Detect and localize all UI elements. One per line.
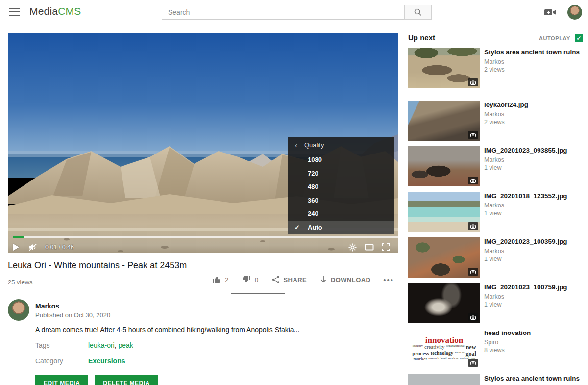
theater-mode-button[interactable] [361,241,377,253]
media-author[interactable]: Markos [484,248,582,255]
media-title[interactable]: Stylos area ancient town ruins [484,374,582,383]
quality-option-1080[interactable]: 1080 [288,153,394,167]
media-thumbnail[interactable] [408,192,480,232]
quality-option-480[interactable]: 480 [288,180,394,194]
search-input[interactable] [162,5,404,20]
media-thumbnail[interactable] [408,237,480,278]
quality-menu: ‹ Quality 1080720480360240✓Auto [288,137,394,234]
media-author[interactable]: Markos [484,111,582,118]
up-next-item[interactable]: IMG_20201023_100759.jpgMarkos1 view [408,283,583,323]
media-author[interactable]: Markos [484,202,582,209]
media-thumbnail[interactable] [408,374,480,385]
more-options-button[interactable]: ••• [383,276,394,284]
media-title[interactable]: Stylos area ancient town ruins [484,48,582,56]
quality-option-label: 720 [308,170,318,177]
menu-icon[interactable] [9,8,20,16]
gear-icon [348,243,357,252]
top-header: MediaCMS [0,0,588,24]
author-avatar[interactable] [8,299,29,321]
quality-option-label: 240 [308,210,318,217]
share-button[interactable]: SHARE [271,275,307,284]
video-description: A dream comes true! After 4-5 hours of c… [35,326,378,334]
progress-bar[interactable] [13,236,398,238]
up-next-item[interactable]: Stylos area ancient town ruins [408,374,583,385]
download-label: DOWNLOAD [331,276,370,283]
mute-button[interactable] [24,241,41,253]
search-button[interactable] [404,5,432,20]
media-title[interactable]: IMG_20201018_123552.jpg [484,192,582,200]
tag-link[interactable]: leuka-ori [88,341,115,349]
divider [408,94,583,94]
upload-video-icon[interactable] [544,8,557,17]
download-button[interactable]: DOWNLOAD [319,275,370,284]
media-title[interactable]: IMG_20201023_100759.jpg [484,283,582,291]
media-author[interactable]: Markos [484,58,582,65]
up-next-sidebar: Up next AUTOPLAY ✓ Stylos area ancient t… [408,30,583,385]
delete-media-button[interactable]: DELETE MEDIA [95,375,158,385]
controls-right [344,241,394,253]
media-info: Stylos area ancient town ruinsMarkos2 vi… [484,48,582,73]
tag-link[interactable]: peak [118,341,133,349]
like-button[interactable]: 2 [212,275,229,284]
media-title[interactable]: IMG_20201023_093855.jpg [484,146,582,154]
category-link[interactable]: Excursions [88,357,125,365]
quality-option-360[interactable]: 360 [288,194,394,207]
view-count: 25 views [8,279,33,286]
media-thumbnail[interactable] [408,101,480,141]
media-views: 1 view [484,210,582,217]
media-info: IMG_20201023_100759.jpgMarkos1 view [484,283,582,308]
quality-option-label: Auto [308,224,322,231]
camera-icon [468,359,478,367]
settings-button[interactable] [344,241,361,253]
up-next-item[interactable]: IMG_20201023_093855.jpgMarkos1 view [408,146,583,186]
edit-media-button[interactable]: EDIT MEDIA [35,375,88,385]
user-avatar[interactable] [567,5,582,20]
share-label: SHARE [284,276,307,283]
up-next-item[interactable]: innovationindustrycreativityorganization… [408,329,583,369]
camera-icon [468,222,478,230]
up-next-item[interactable]: leykaori24.jpgMarkos2 views [408,101,583,141]
back-chevron-icon: ‹ [295,141,297,149]
quality-menu-list: 1080720480360240✓Auto [288,153,394,234]
player-controls: 0:01 / 0:46 [8,241,398,253]
download-icon [319,275,327,284]
quality-menu-header[interactable]: ‹ Quality [288,137,394,153]
up-next-list: Stylos area ancient town ruinsMarkos2 vi… [408,48,583,385]
media-title[interactable]: head inovation [484,329,582,337]
play-icon [13,244,19,251]
media-info: head inovationSpiro8 views [484,329,582,354]
up-next-title: Up next [408,33,435,42]
media-views: 1 view [484,256,582,262]
video-player[interactable]: 0:01 / 0:46 [8,33,398,253]
media-management-buttons: EDIT MEDIA DELETE MEDIA [35,375,158,385]
up-next-item[interactable]: Stylos area ancient town ruinsMarkos2 vi… [408,48,583,88]
like-ratio-bar [231,293,285,294]
media-info: IMG_20201023_093855.jpgMarkos1 view [484,146,582,171]
quality-option-240[interactable]: 240 [288,207,394,221]
logo[interactable]: MediaCMS [29,5,81,17]
play-button[interactable] [8,241,24,253]
author-name[interactable]: Markos [35,302,59,310]
media-views: 2 views [484,66,582,73]
media-views: 2 views [484,119,582,126]
quality-option-720[interactable]: 720 [288,167,394,180]
up-next-item[interactable]: IMG_20201023_100359.jpgMarkos1 view [408,237,583,278]
media-info: Stylos area ancient town ruins [484,374,582,383]
media-title[interactable]: IMG_20201023_100359.jpg [484,237,582,246]
camera-icon [468,78,478,86]
dislike-button[interactable]: 0 [242,275,259,284]
media-title[interactable]: leykaori24.jpg [484,101,582,109]
fullscreen-button[interactable] [377,241,394,253]
dislike-count: 0 [255,276,259,283]
media-thumbnail[interactable]: innovationindustrycreativityorganization… [408,329,480,369]
media-author[interactable]: Spiro [484,339,582,346]
media-thumbnail[interactable] [408,48,480,88]
thumbs-up-icon [212,275,221,284]
media-thumbnail[interactable] [408,146,480,186]
media-author[interactable]: Markos [484,156,582,163]
media-author[interactable]: Markos [484,293,582,300]
quality-option-auto[interactable]: ✓Auto [288,221,394,234]
up-next-item[interactable]: IMG_20201018_123552.jpgMarkos1 view [408,192,583,232]
autoplay-checkbox[interactable]: ✓ [575,34,583,42]
media-thumbnail[interactable] [408,283,480,323]
